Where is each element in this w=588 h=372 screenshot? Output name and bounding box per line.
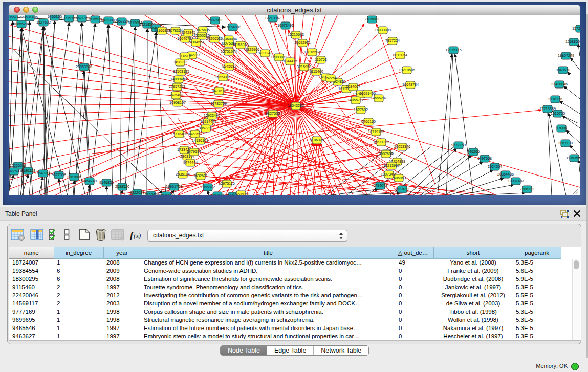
svg-text:16961758: 16961758: [166, 184, 182, 189]
svg-text:8471676: 8471676: [212, 89, 226, 93]
svg-text:6479197: 6479197: [187, 149, 201, 154]
svg-text:252254: 252254: [324, 76, 337, 80]
svg-text:6466160: 6466160: [361, 119, 376, 124]
svg-text:6794078: 6794078: [373, 183, 387, 188]
svg-text:15720407: 15720407: [572, 26, 580, 31]
svg-text:2588520: 2588520: [115, 184, 129, 189]
svg-text:116753: 116753: [315, 57, 326, 62]
svg-text:7955812: 7955812: [201, 185, 215, 189]
svg-text:16210643: 16210643: [288, 32, 304, 37]
svg-text:20691406: 20691406: [21, 15, 38, 19]
svg-text:16154838: 16154838: [225, 25, 241, 29]
svg-text:3498222: 3498222: [173, 60, 187, 64]
svg-text:2367608: 2367608: [67, 174, 81, 179]
svg-text:8186328: 8186328: [21, 168, 35, 173]
svg-text:16648784: 16648784: [402, 82, 419, 87]
svg-text:(x): (x): [134, 232, 141, 239]
svg-text:14055712: 14055712: [347, 98, 364, 102]
svg-text:7485063: 7485063: [391, 176, 406, 180]
svg-text:10655287: 10655287: [371, 96, 387, 100]
svg-text:15640910: 15640910: [158, 193, 175, 195]
svg-text:9474444: 9474444: [183, 160, 198, 165]
svg-text:15751074: 15751074: [221, 49, 237, 54]
svg-text:11156829: 11156829: [233, 42, 249, 47]
svg-text:16033809: 16033809: [375, 28, 391, 32]
svg-text:7857224: 7857224: [385, 38, 400, 43]
svg-text:1610755: 1610755: [551, 111, 565, 116]
svg-text:9857791: 9857791: [199, 126, 213, 130]
svg-text:7632621: 7632621: [193, 173, 208, 178]
svg-text:1362615: 1362615: [210, 193, 225, 195]
svg-text:6466160: 6466160: [48, 15, 62, 19]
svg-text:114519: 114519: [179, 54, 190, 58]
svg-text:15226058: 15226058: [10, 163, 26, 168]
svg-text:9329966: 9329966: [245, 47, 259, 52]
svg-text:15716485: 15716485: [171, 132, 187, 136]
svg-text:9777169: 9777169: [451, 143, 466, 147]
svg-text:746266: 746266: [467, 149, 480, 154]
svg-text:2087682: 2087682: [208, 18, 222, 23]
svg-text:8454749: 8454749: [82, 179, 97, 183]
svg-text:17006: 17006: [556, 126, 567, 130]
svg-text:7485063: 7485063: [365, 17, 379, 21]
svg-text:16543382: 16543382: [35, 171, 51, 176]
svg-text:3684067: 3684067: [346, 84, 360, 89]
svg-text:19218506: 19218506: [399, 68, 415, 72]
svg-text:7857224: 7857224: [115, 19, 129, 24]
svg-text:17016504: 17016504: [304, 50, 320, 54]
svg-text:10688609: 10688609: [565, 39, 580, 44]
svg-text:8813054: 8813054: [393, 53, 407, 57]
svg-text:12503135: 12503135: [173, 69, 189, 74]
svg-text:1527602: 1527602: [354, 107, 368, 112]
svg-text:10719155: 10719155: [368, 129, 384, 134]
svg-text:12213967: 12213967: [265, 16, 281, 20]
svg-text:10958107: 10958107: [169, 100, 186, 105]
svg-text:6497568: 6497568: [477, 156, 492, 161]
svg-text:8322037: 8322037: [130, 190, 144, 195]
svg-text:16914479: 16914479: [200, 119, 216, 124]
svg-text:12975115: 12975115: [219, 181, 234, 186]
svg-text:16782759: 16782759: [210, 101, 227, 106]
svg-text:11325419: 11325419: [143, 192, 159, 195]
svg-text:12975115: 12975115: [445, 48, 461, 52]
svg-text:8678334: 8678334: [168, 28, 183, 33]
svg-text:23420046: 23420046: [551, 82, 568, 86]
svg-text:9827503: 9827503: [266, 111, 280, 116]
svg-text:2087682: 2087682: [379, 151, 393, 156]
svg-text:20691406: 20691406: [359, 91, 376, 96]
svg-text:1527602: 1527602: [36, 20, 51, 25]
svg-text:10655287: 10655287: [13, 21, 30, 26]
svg-text:15692971: 15692971: [294, 40, 311, 45]
svg-text:3875685: 3875685: [195, 28, 210, 32]
svg-text:1621022: 1621022: [395, 187, 409, 191]
svg-text:19384554: 19384554: [188, 40, 204, 45]
svg-text:3624554: 3624554: [488, 164, 502, 169]
svg-text:9115460: 9115460: [309, 69, 323, 74]
svg-text:8427552: 8427552: [188, 132, 202, 136]
svg-text:9146821: 9146821: [99, 180, 114, 185]
svg-text:18807249: 18807249: [558, 53, 574, 58]
svg-text:9327508: 9327508: [52, 172, 66, 177]
svg-text:2718176: 2718176: [548, 97, 562, 101]
svg-text:1244415: 1244415: [283, 59, 297, 63]
svg-text:16543382: 16543382: [288, 103, 304, 108]
svg-text:9840670: 9840670: [556, 68, 570, 72]
svg-text:20053346: 20053346: [76, 64, 92, 69]
svg-text:3215958: 3215958: [297, 64, 311, 69]
svg-text:7386322: 7386322: [520, 187, 534, 191]
svg-text:10807487: 10807487: [508, 179, 524, 183]
svg-text:17957253: 17957253: [169, 84, 185, 89]
svg-text:10654112: 10654112: [215, 75, 231, 79]
svg-text:16671355: 16671355: [373, 140, 389, 144]
svg-text:12213967: 12213967: [383, 163, 400, 168]
svg-text:12923446: 12923446: [204, 113, 220, 118]
svg-text:12213389: 12213389: [539, 106, 556, 111]
svg-text:20053346: 20053346: [394, 144, 410, 149]
svg-text:14055712: 14055712: [9, 15, 21, 19]
svg-text:9827503: 9827503: [9, 169, 21, 173]
svg-text:2935114: 2935114: [176, 172, 189, 177]
svg-text:14136141: 14136141: [192, 138, 208, 143]
svg-text:9245682: 9245682: [222, 64, 236, 69]
svg-text:10973493: 10973493: [277, 23, 294, 28]
svg-text:3267130: 3267130: [558, 141, 573, 145]
